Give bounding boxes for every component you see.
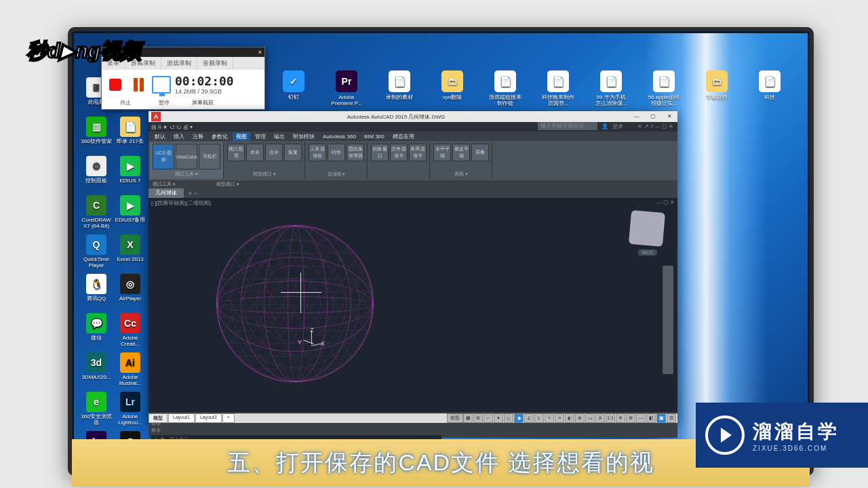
layout-tab[interactable]: 模型 — [149, 413, 167, 423]
recorder-tab[interactable]: 音频录制 — [197, 57, 233, 70]
add-layout-button[interactable]: + — [222, 413, 235, 423]
navigation-bar[interactable] — [663, 266, 673, 374]
dyn-icon[interactable]: + — [545, 413, 554, 423]
viewport-label[interactable]: [-][西南等轴测][二维线框] — [151, 199, 211, 207]
desktop-icon[interactable]: 📄即录 217条 — [115, 117, 146, 152]
desktop-icon[interactable]: CCorelDRAW X7 (64-Bit) — [81, 195, 112, 230]
recorder-close-button[interactable]: × — [258, 49, 262, 56]
menu-tab[interactable]: 默认 — [151, 132, 169, 141]
desktop-icon[interactable]: 📄56 apple如何拍摄让实... — [648, 70, 680, 106]
anno-icon[interactable]: A — [595, 413, 605, 423]
menu-tab[interactable]: 输出 — [271, 132, 288, 141]
menu-tab[interactable]: 管理 — [252, 132, 269, 141]
desktop-icon[interactable]: 📄录制的素材 — [383, 70, 416, 106]
login-label[interactable]: 登录 — [612, 123, 623, 130]
ribbon-button[interactable]: 特性 — [328, 144, 345, 161]
polar-icon[interactable]: ✦ — [494, 413, 503, 423]
ribbon-button[interactable]: 水平平铺 — [433, 144, 451, 161]
desktop-icon[interactable]: ✓钉钉 — [277, 70, 310, 106]
document-tab[interactable]: 几何球体 — [149, 188, 184, 198]
desktop-icon[interactable]: 📄科技晚来制作 原因替... — [542, 70, 574, 106]
layout-tab[interactable]: Layout1 — [168, 413, 195, 423]
menu-tab[interactable]: 视图 — [233, 132, 250, 141]
ribbon-button[interactable]: 合并 — [265, 144, 283, 161]
desktop-icon[interactable]: 3d3DMAX20... — [81, 352, 112, 388]
ribbon-button[interactable]: 命名 — [246, 144, 264, 161]
isolate-icon[interactable]: ◧ — [646, 413, 656, 423]
desktop-icon[interactable]: XExcel 2013 — [115, 235, 146, 270]
desktop-icon[interactable]: ▥360软件管家 — [81, 117, 112, 152]
otrack-icon[interactable]: ∠ — [524, 413, 534, 423]
desktop-icon[interactable]: ⚙控制面板 — [81, 156, 112, 191]
desktop-icon[interactable]: PrAdobe Premiere P... — [330, 70, 363, 106]
menu-tab[interactable]: 精选应用 — [389, 132, 418, 141]
viewcube[interactable] — [629, 210, 665, 247]
transparency-icon[interactable]: ◐ — [565, 413, 574, 423]
new-tab-button[interactable]: ✕ + — [184, 190, 201, 197]
sublabel-right[interactable]: 模型视口 ▾ — [216, 181, 239, 188]
gear-icon[interactable]: ✲ — [616, 413, 625, 423]
desktop-icon[interactable]: 🐧腾讯QQ — [81, 274, 112, 309]
status-model-label[interactable]: 模型 — [447, 413, 463, 423]
hardware-icon[interactable]: — — [636, 413, 646, 423]
desktop-icon[interactable]: AiAdobe Illustrat... — [115, 352, 146, 388]
layout-tab[interactable]: Layout2 — [195, 413, 222, 423]
desktop-icon[interactable]: 📄科技 — [753, 70, 786, 106]
ribbon-button[interactable]: ViewCube — [176, 144, 197, 169]
desktop-icon[interactable]: 🗀vpn翻墙 — [436, 70, 469, 106]
clean-icon[interactable]: ▣ — [656, 413, 666, 423]
ribbon-button[interactable]: 工具 选项板 — [309, 144, 326, 161]
ribbon-button[interactable]: 布局 选项卡 — [409, 144, 427, 161]
autocad-search-input[interactable]: 键入关键字或短语 — [538, 122, 597, 130]
recorder-pause-button[interactable] — [129, 75, 148, 94]
autocad-viewport[interactable]: [-][西南等轴测][二维线框] Z Y X — [149, 198, 677, 412]
minimize-button[interactable]: — — [629, 111, 645, 122]
desktop-icon[interactable]: ◎AirPlayer — [115, 274, 146, 309]
viewport-controls[interactable]: — ▢ ✕ — [656, 199, 675, 205]
menu-tab[interactable]: 附加模块 — [290, 132, 318, 141]
viewcube-wcs-label[interactable]: WCS — [638, 249, 657, 256]
menu-tab[interactable]: Autodesk 360 — [319, 133, 359, 140]
desktop-icon[interactable]: 📄99 华为手机怎么清除缓... — [595, 70, 627, 106]
workspace-icon[interactable]: ⚙ — [626, 413, 635, 423]
ribbon-button[interactable]: 切换 窗口 — [371, 144, 389, 161]
desktop-icon[interactable]: 🗀字幕软件 — [701, 70, 733, 106]
qp-icon[interactable]: ⊕ — [575, 413, 585, 423]
desktop-icon[interactable]: ▶EDIUS7备用 — [115, 195, 146, 230]
menu-tab[interactable]: 插入 — [170, 132, 188, 141]
ducs-icon[interactable]: L — [534, 413, 544, 423]
ribbon-button[interactable]: 层叠 — [471, 144, 489, 161]
ribbon-button[interactable]: UCS 图标 — [153, 144, 174, 169]
menu-tab[interactable]: 参数化 — [208, 132, 231, 141]
osnap-icon[interactable]: ◻ — [504, 413, 513, 423]
ribbon-button[interactable]: 图纸集 管理器 — [347, 144, 364, 161]
desktop-icon[interactable]: 💬微信 — [81, 313, 112, 348]
login-icon[interactable]: 👤 — [601, 123, 608, 129]
desktop-icon[interactable]: LrAdobe Lightroo... — [115, 392, 146, 427]
desktop-icon[interactable]: e360安全浏览器 — [81, 392, 112, 427]
custom-icon[interactable]: ☰ — [667, 413, 676, 423]
grid-icon[interactable]: ▦ — [463, 413, 473, 423]
autocad-window[interactable]: A Autodesk AutoCAD 2015 几何球体.DWG — ▢ ✕ 键… — [149, 111, 677, 423]
menu-tab[interactable]: 注释 — [189, 132, 207, 141]
ribbon-button[interactable]: 视口 配置 — [227, 144, 245, 161]
menu-tab[interactable]: BIM 360 — [361, 133, 388, 140]
ribbon-button[interactable]: 导航栏 — [199, 144, 220, 169]
maximize-button[interactable]: ▢ — [645, 111, 661, 122]
3dosnap-icon[interactable]: ◆ — [514, 413, 524, 423]
desktop-icon[interactable]: ▶EDIUS 7 — [115, 156, 146, 191]
ribbon-button[interactable]: 文件 选项卡 — [390, 144, 408, 161]
desktop-icon[interactable]: CcAdobe Creati... — [115, 313, 146, 348]
selection-icon[interactable]: ▭ — [585, 413, 595, 423]
ribbon-button[interactable]: 垂直平铺 — [452, 144, 470, 161]
recorder-stop-button[interactable] — [106, 75, 125, 94]
desktop-icon[interactable]: 📄游戏端链接来制作链 — [489, 70, 521, 106]
ortho-icon[interactable]: ⌐ — [484, 413, 493, 423]
snap-icon[interactable]: ⊞ — [473, 413, 483, 423]
autocad-titlebar[interactable]: A Autodesk AutoCAD 2015 几何球体.DWG — ▢ ✕ — [149, 111, 677, 122]
recorder-screenshot-button[interactable] — [152, 75, 171, 94]
recorder-tab[interactable]: 游戏录制 — [161, 57, 197, 70]
ribbon-button[interactable]: 恢复 — [284, 144, 302, 161]
close-button[interactable]: ✕ — [661, 111, 677, 122]
lwt-icon[interactable]: ≡ — [555, 413, 564, 423]
